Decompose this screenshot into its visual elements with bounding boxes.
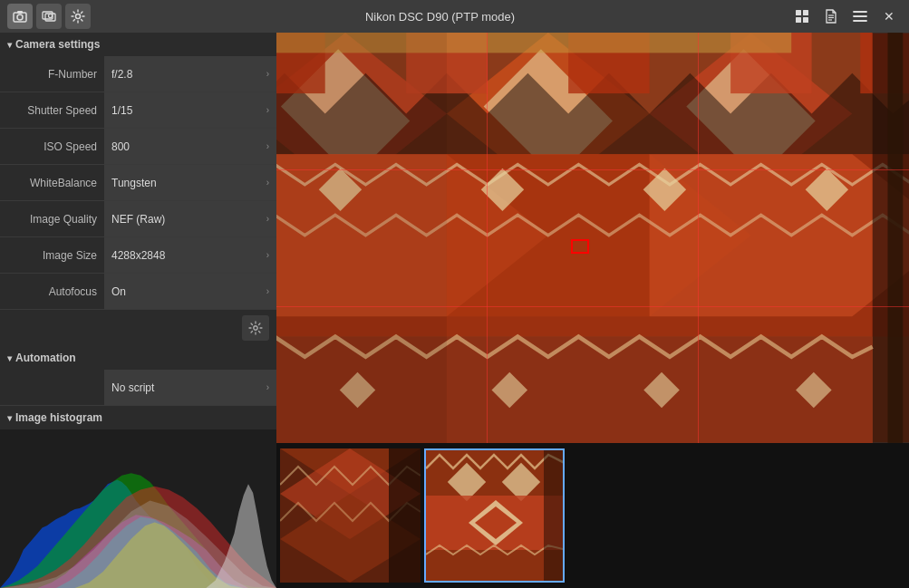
histogram-header[interactable]: ▾ Image histogram [0,406,276,429]
f-number-label: F-Number [0,68,104,81]
settings-button[interactable] [65,4,91,29]
multishot-button[interactable] [36,4,62,29]
camera-settings-header[interactable]: ▾ Camera settings [0,33,276,56]
svg-rect-10 [803,17,808,23]
automation-label: Automation [15,352,76,364]
grid-view-button[interactable] [789,4,815,29]
white-balance-row: WhiteBalance Tungsten › [0,165,276,201]
iso-speed-chevron: › [266,141,269,151]
thumbnail-2-image [426,450,565,583]
f-number-row: F-Number f/2.8 › [0,56,276,92]
f-number-value: f/2.8 [111,68,132,81]
iso-speed-row: ISO Speed 800 › [0,129,276,165]
autofocus-label: Autofocus [0,285,104,298]
svg-rect-63 [544,450,565,583]
svg-rect-9 [796,17,801,23]
image-quality-label: Image Quality [0,213,104,226]
gear-button[interactable] [242,315,269,341]
autofocus-button[interactable]: On › [104,274,276,309]
automation-script-chevron: › [266,382,269,392]
image-size-label: Image Size [0,249,104,262]
shutter-speed-button[interactable]: 1/15 › [104,92,276,128]
camera-button[interactable] [7,4,33,29]
histogram-svg [0,429,276,588]
white-balance-chevron: › [266,178,269,188]
image-size-row: Image Size 4288x2848 › [0,237,276,274]
f-number-button[interactable]: f/2.8 › [104,56,276,92]
image-quality-row: Image Quality NEF (Raw) › [0,201,276,237]
svg-rect-7 [796,10,801,15]
image-quality-button[interactable]: NEF (Raw) › [104,201,276,236]
autofocus-value: On [111,285,126,298]
svg-rect-41 [887,33,903,443]
camera-settings-label: Camera settings [15,38,100,51]
thumbnail-2[interactable] [424,448,565,583]
white-balance-label: WhiteBalance [0,177,104,189]
svg-marker-35 [650,154,909,316]
shutter-speed-value: 1/15 [111,104,132,117]
titlebar-left-buttons [7,4,91,29]
image-quality-value: NEF (Raw) [111,213,165,226]
thumbnail-1-image [280,448,421,583]
svg-rect-55 [389,448,421,583]
gear-row [0,310,276,346]
automation-arrow: ▾ [7,353,12,363]
main-layout: ▾ Camera settings F-Number f/2.8 › Shutt… [0,33,909,588]
titlebar-right-buttons: ✕ [789,4,902,29]
close-button[interactable]: ✕ [876,4,902,29]
svg-rect-2 [17,11,23,14]
document-button[interactable] [818,4,844,29]
shutter-speed-label: Shutter Speed [0,104,104,117]
right-panel [276,33,909,588]
shutter-speed-chevron: › [266,105,269,115]
automation-script-value: No script [111,381,154,394]
main-image [276,33,909,443]
svg-point-1 [17,14,23,20]
f-number-chevron: › [266,69,269,79]
svg-point-6 [76,14,81,19]
thumbnail-strip [276,443,909,588]
autofocus-chevron: › [266,286,269,296]
iso-speed-label: ISO Speed [0,140,104,153]
automation-row: No script › [0,370,276,406]
automation-script-button[interactable]: No script › [104,370,276,405]
histogram-arrow: ▾ [7,413,12,423]
white-balance-button[interactable]: Tungsten › [104,165,276,200]
svg-rect-8 [803,10,808,15]
svg-point-17 [254,326,257,330]
svg-point-5 [49,14,53,18]
shutter-speed-row: Shutter Speed 1/15 › [0,92,276,129]
iso-speed-value: 800 [111,140,130,153]
window-title: Nikon DSC D90 (PTP mode) [91,10,789,24]
image-size-button[interactable]: 4288x2848 › [104,237,276,273]
histogram-label: Image histogram [15,411,102,424]
iso-speed-button[interactable]: 800 › [104,129,276,164]
main-image-area[interactable] [276,33,909,443]
white-balance-value: Tungsten [111,177,157,189]
left-panel: ▾ Camera settings F-Number f/2.8 › Shutt… [0,33,276,588]
hamburger-button[interactable] [847,4,873,29]
image-size-value: 4288x2848 [111,249,165,262]
thumbnail-1[interactable] [280,448,421,583]
histogram-container [0,429,276,588]
titlebar: Nikon DSC D90 (PTP mode) [0,0,909,33]
camera-settings-arrow: ▾ [7,40,12,50]
image-quality-chevron: › [266,214,269,224]
svg-rect-49 [276,33,447,443]
autofocus-row: Autofocus On › [0,274,276,310]
image-size-chevron: › [266,250,269,260]
automation-header[interactable]: ▾ Automation [0,346,276,370]
